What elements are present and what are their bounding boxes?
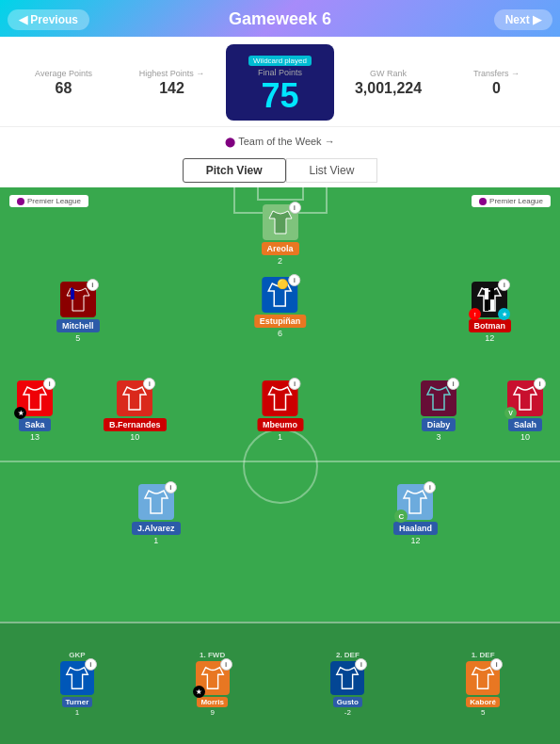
wildcard-badge: Wildcard played <box>248 56 312 66</box>
banner-left-text: Premier League <box>27 197 81 205</box>
mitchell-points: 5 <box>75 333 80 343</box>
pitch-view-button[interactable]: Pitch View <box>183 158 286 183</box>
totw-icon: ⬤ <box>225 137 235 147</box>
player-diaby[interactable]: i Diaby 3 <box>421 380 456 442</box>
botman-name: Botman <box>469 319 512 332</box>
gusto-pos: 2. DEF <box>336 651 360 659</box>
transfers-value: 0 <box>442 80 551 97</box>
player-bfernandes[interactable]: i B.Fernandes 10 <box>104 380 167 442</box>
bfernandes-name: B.Fernandes <box>104 418 167 431</box>
info-icon-turner[interactable]: i <box>85 658 97 671</box>
header: ◀ Previous Gameweek 6 Next ▶ <box>0 0 560 37</box>
info-icon-kabore[interactable]: i <box>490 658 503 671</box>
player-mbeumo[interactable]: i Mbeumo 1 <box>257 380 303 442</box>
info-icon-morris[interactable]: i <box>220 658 232 671</box>
info-icon-salah[interactable]: i <box>534 378 546 390</box>
info-icon-haaland[interactable]: i <box>424 481 436 493</box>
star-badge-saka: ★ <box>14 407 26 419</box>
turner-name: Turner <box>62 697 93 707</box>
totw-bar: ⬤ Team of the Week → <box>0 127 560 154</box>
player-haaland[interactable]: i C Haaland 12 <box>393 484 438 545</box>
totw-label: Team of the Week → <box>238 136 335 147</box>
morris-points: 9 <box>210 708 214 717</box>
kabore-name: Kaboré <box>466 697 500 707</box>
info-icon-bfernandes[interactable]: i <box>143 378 155 390</box>
estupinian-name: Estupiñan <box>254 315 307 328</box>
bench-player-gusto[interactable]: 2. DEF i Gusto -2 <box>330 651 364 717</box>
mbeumo-name: Mbeumo <box>257 418 303 431</box>
diaby-points: 3 <box>436 432 440 442</box>
info-icon-estupinian[interactable]: i <box>288 274 300 286</box>
svg-rect-1 <box>485 299 488 311</box>
estupinian-points: 6 <box>278 329 282 338</box>
pl-dot-left <box>17 198 24 205</box>
kabore-pos: 1. DEF <box>472 651 495 659</box>
gameweek-title: Gameweek 6 <box>229 9 331 29</box>
gw-rank-stat: GW Rank 3,001,224 <box>334 69 442 97</box>
botman-points: 12 <box>485 333 494 343</box>
top-small-goal <box>257 187 304 201</box>
areola-name: Areola <box>261 242 298 255</box>
transfers-stat: Transfers → 0 <box>442 69 551 97</box>
highest-points-label: Highest Points → <box>118 69 226 78</box>
diaby-name: Diaby <box>422 418 456 431</box>
bench-player-turner[interactable]: GKP i Turner 1 <box>60 651 94 717</box>
info-icon-mbeumo[interactable]: i <box>289 378 301 390</box>
info-icon-gusto[interactable]: i <box>355 658 367 671</box>
haaland-points: 12 <box>410 536 420 545</box>
areola-points: 2 <box>278 256 282 266</box>
banner-right: Premier League <box>472 195 551 207</box>
player-estupinian[interactable]: i 🟡 Estupiñan 6 <box>254 277 307 338</box>
bench-player-morris[interactable]: 1. FWD i ★ Morris 9 <box>196 651 230 717</box>
gusto-points: -2 <box>344 708 351 717</box>
view-toggle: Pitch View List View <box>0 154 560 187</box>
gw-rank-label: GW Rank <box>334 69 442 78</box>
avg-points-value: 68 <box>9 80 118 97</box>
list-view-button[interactable]: List View <box>286 158 378 183</box>
salah-name: Salah <box>508 418 542 431</box>
info-icon-saka[interactable]: i <box>43 378 56 390</box>
avg-points-label: Average Points <box>9 69 118 78</box>
player-jalvarez[interactable]: i J.Alvarez 1 <box>132 484 181 545</box>
player-mitchell[interactable]: i Mitchell 5 <box>56 282 100 343</box>
highest-points-value: 142 <box>118 80 226 97</box>
totw-link[interactable]: ⬤ Team of the Week → <box>225 136 334 147</box>
stats-bar: Average Points 68 Highest Points → 142 W… <box>0 37 560 127</box>
kabore-points: 5 <box>481 708 485 717</box>
info-icon-botman[interactable]: i <box>498 279 510 291</box>
info-icon-diaby[interactable]: i <box>447 378 459 390</box>
player-saka[interactable]: i ★ Saka 13 <box>17 380 53 442</box>
bench-area: GKP i Turner 1 1. FWD i ★ Morris 9 <box>0 622 560 744</box>
info-icon-jalvarez[interactable]: i <box>165 481 177 493</box>
bfernandes-points: 10 <box>130 432 139 442</box>
final-points-box: Wildcard played Final Points 75 <box>226 44 334 121</box>
jalvarez-name: J.Alvarez <box>132 522 181 535</box>
info-icon-areola[interactable]: i <box>288 202 300 214</box>
prev-button[interactable]: ◀ Previous <box>8 9 89 30</box>
jalvarez-points: 1 <box>153 536 158 545</box>
gusto-name: Gusto <box>333 697 362 707</box>
pl-dot-right <box>479 198 487 205</box>
gw-rank-value: 3,001,224 <box>334 80 442 97</box>
mbeumo-points: 1 <box>278 432 282 442</box>
svg-rect-0 <box>485 288 488 299</box>
vice-badge-salah: V <box>504 407 517 419</box>
transfers-label: Transfers → <box>442 69 551 78</box>
info-icon-mitchell[interactable]: i <box>87 279 99 291</box>
svg-rect-2 <box>490 288 494 299</box>
star-badge-morris: ★ <box>193 686 205 698</box>
player-salah[interactable]: i V Salah 10 <box>507 380 543 442</box>
saka-points: 13 <box>30 432 40 442</box>
bench-player-kabore[interactable]: 1. DEF i Kaboré 5 <box>466 651 500 717</box>
pitch-container: Premier League Premier League i Areola 2… <box>0 187 560 744</box>
turner-pos: GKP <box>69 651 85 659</box>
morris-pos: 1. FWD <box>200 651 225 659</box>
svg-rect-3 <box>490 299 494 311</box>
player-areola[interactable]: i Areola 2 <box>261 204 298 266</box>
highest-points-stat: Highest Points → 142 <box>118 69 226 97</box>
banner-right-text: Premier League <box>489 197 543 205</box>
player-botman[interactable]: i ! ★ Botman 12 <box>469 282 512 343</box>
saka-name: Saka <box>19 418 50 431</box>
page-wrapper: ◀ Previous Gameweek 6 Next ▶ Average Poi… <box>0 0 560 744</box>
next-button[interactable]: Next ▶ <box>494 9 552 30</box>
